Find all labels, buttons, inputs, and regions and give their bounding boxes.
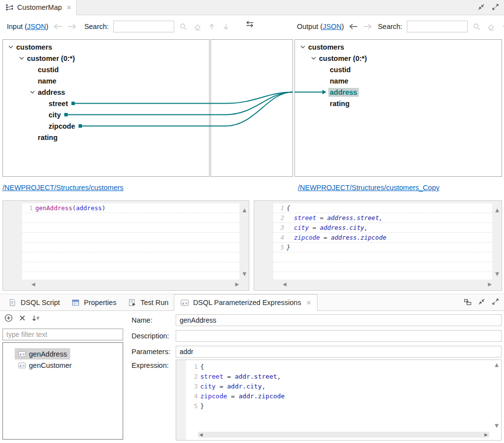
code-line [273, 262, 492, 272]
tree-node-custid[interactable]: custid [3, 64, 209, 75]
tree-node-label: custid [328, 65, 352, 74]
scroll-left-icon[interactable]: ◀ [31, 282, 35, 287]
description-field[interactable] [176, 330, 502, 342]
tree-node-address[interactable]: address [295, 86, 502, 98]
tree-node-customers[interactable]: customers [3, 41, 209, 53]
line-number [273, 272, 287, 279]
restore-view-icon[interactable] [464, 299, 472, 305]
expression-editor[interactable]: 1{2street = addr.street,3city = addr.cit… [176, 360, 502, 441]
tab-customermap[interactable]: CustomerMap ✕ [0, 0, 77, 15]
code-surface[interactable]: 1{2street = addr.street,3city = addr.cit… [186, 362, 492, 430]
tree-node-name[interactable]: name [295, 75, 502, 86]
tree-node-street[interactable]: street [3, 98, 209, 109]
previous-match-icon[interactable] [207, 21, 217, 32]
x-equals-icon: x= [18, 362, 26, 368]
tree-node-address[interactable]: address [3, 86, 209, 98]
horizontal-scrollbar[interactable]: ◀ ▶ [198, 432, 489, 438]
clear-search-icon[interactable] [193, 21, 203, 32]
scroll-up-icon[interactable]: ▲ [242, 208, 246, 213]
scroll-right-icon[interactable]: ▶ [235, 282, 239, 287]
chevron-down-icon[interactable] [310, 56, 318, 60]
name-field[interactable] [176, 314, 502, 326]
tab-label: Properties [84, 299, 116, 306]
mapping-canvas[interactable] [211, 39, 293, 177]
tree-node-name[interactable]: name [3, 75, 209, 86]
close-tab-icon[interactable]: ✕ [306, 299, 312, 306]
add-expression-icon[interactable] [4, 314, 13, 322]
parameterized-expressions-view: x=genAddressx=genCustomer Name: Descript… [0, 311, 504, 443]
maximize-icon[interactable] [492, 4, 499, 10]
input-json-link[interactable]: JSON [27, 23, 46, 30]
chevron-down-icon[interactable] [18, 56, 26, 60]
scroll-up-icon[interactable]: ▲ [495, 208, 499, 213]
input-search-field[interactable] [113, 21, 174, 32]
tree-node-customer-0[interactable]: customer (0:*) [3, 53, 209, 64]
forward-icon[interactable] [363, 21, 372, 32]
tree-node-label: customer (0:*) [318, 54, 369, 63]
search-icon[interactable] [179, 21, 188, 32]
scroll-left-icon[interactable]: ◀ [283, 282, 287, 287]
tree-node-zipcode[interactable]: zipcode [3, 120, 209, 132]
output-structure-link[interactable]: /NEWPROJECT/Structures/customers_Copy [298, 184, 439, 192]
code-line [186, 421, 492, 430]
tree-node-customers[interactable]: customers [295, 41, 502, 53]
tab-label: Test Run [140, 299, 168, 306]
palette-item-gencustomer[interactable]: x=genCustomer [15, 360, 75, 371]
tree-node-customer-0[interactable]: customer (0:*) [295, 53, 502, 64]
scroll-left-icon[interactable]: ◀ [199, 432, 203, 437]
tab-label: DSQL Parameterized Expressions [193, 299, 301, 306]
minimize-icon[interactable] [477, 4, 485, 10]
expression-list[interactable]: x=genAddressx=genCustomer [2, 342, 123, 440]
input-call-editor[interactable]: 1genAddress(address) ▲ ▼ ◀ ▶ [2, 200, 249, 291]
scroll-right-icon[interactable]: ▶ [488, 282, 492, 287]
output-search-field[interactable] [407, 21, 468, 32]
maximize-icon[interactable] [492, 299, 499, 305]
line-number: 5 [186, 401, 200, 411]
bottom-view-panel: DSQL Script Properties Test Run x= DSQL … [0, 294, 504, 443]
minimize-icon[interactable] [478, 299, 485, 305]
close-tab-icon[interactable]: ✕ [66, 4, 72, 11]
line-number: 1 [273, 203, 287, 213]
tab-test-run[interactable]: Test Run [122, 294, 174, 310]
svg-text:x: x [182, 300, 184, 305]
tree-node-label: address [36, 88, 67, 97]
clear-search-icon[interactable] [486, 21, 496, 32]
forward-icon[interactable] [67, 21, 77, 32]
back-icon[interactable] [53, 21, 63, 32]
parameters-field[interactable] [176, 346, 502, 358]
output-json-link[interactable]: JSON [322, 23, 342, 30]
chevron-down-icon[interactable] [28, 90, 36, 94]
input-structure-link[interactable]: /NEWPROJECT/Structures/customers [2, 184, 124, 192]
tree-node-city[interactable]: city [3, 109, 209, 120]
tree-node-label: custid [36, 65, 60, 74]
swap-input-output-icon[interactable] [245, 21, 255, 28]
tree-node-rating[interactable]: rating [3, 132, 209, 143]
palette-item-genaddress[interactable]: x=genAddress [15, 348, 70, 360]
scroll-up-icon[interactable]: ▲ [495, 362, 499, 367]
sort-icon[interactable] [32, 315, 40, 322]
scroll-down-icon[interactable]: ▼ [242, 272, 246, 277]
next-match-icon[interactable] [221, 21, 231, 32]
code-line [273, 252, 492, 262]
code-surface[interactable]: 1{2 street = address.street,3 city = add… [273, 203, 492, 279]
scroll-down-icon[interactable]: ▼ [495, 423, 499, 428]
line-number [273, 252, 287, 262]
filter-input[interactable] [2, 329, 123, 340]
code-line [22, 233, 239, 243]
output-mapping-editor[interactable]: 1{2 street = address.street,3 city = add… [254, 200, 502, 291]
tab-dsql-script[interactable]: DSQL Script [2, 294, 65, 310]
chevron-down-icon[interactable] [299, 45, 307, 49]
previous-match-icon[interactable] [501, 21, 504, 32]
tab-dsql-parameterized-expressions[interactable]: x= DSQL Parameterized Expressions ✕ [174, 294, 317, 311]
tree-node-custid[interactable]: custid [295, 64, 502, 75]
code-surface[interactable]: 1genAddress(address) [22, 203, 239, 279]
search-icon[interactable] [472, 21, 482, 32]
tree-node-rating[interactable]: rating [295, 98, 502, 109]
tab-properties[interactable]: Properties [65, 294, 122, 310]
delete-expression-icon[interactable] [19, 315, 26, 321]
chevron-down-icon[interactable] [7, 45, 15, 49]
back-icon[interactable] [348, 21, 358, 32]
scroll-down-icon[interactable]: ▼ [495, 272, 499, 277]
table-icon [71, 297, 80, 308]
scroll-right-icon[interactable]: ▶ [484, 432, 488, 437]
